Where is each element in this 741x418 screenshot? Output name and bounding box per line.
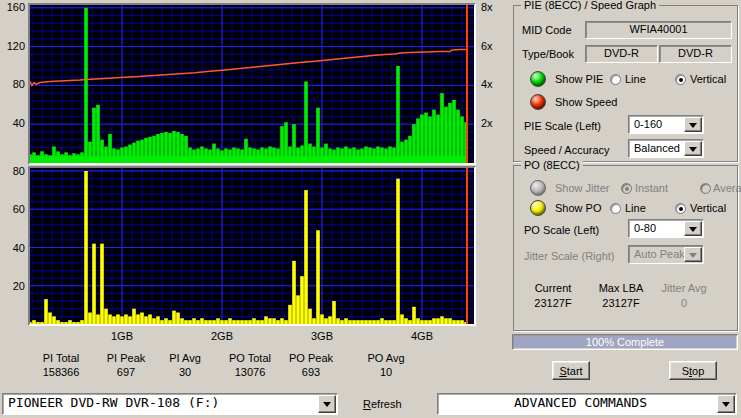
pie-axis-tick-label: 80 bbox=[0, 78, 25, 90]
stat-pi-avg: PI Avg30 bbox=[150, 351, 220, 379]
stat-value: 30 bbox=[150, 365, 220, 379]
jitter-average-radio bbox=[700, 183, 711, 194]
pie-speed-plot bbox=[28, 3, 476, 165]
po-group-title: PO (8ECC) bbox=[521, 159, 583, 171]
book-type-field: DVD-R bbox=[659, 45, 732, 63]
po-scale-label: PO Scale (Left) bbox=[524, 224, 599, 236]
disc-quality-app-window: PI Total158366PI Peak697PI Avg30PO Total… bbox=[0, 0, 741, 418]
chevron-down-icon[interactable] bbox=[684, 117, 702, 132]
po-plot bbox=[28, 166, 476, 326]
po-axis-tick-label: 80 bbox=[0, 165, 25, 177]
speed-axis-tick-label: 8x bbox=[481, 1, 503, 13]
stat-value: 158366 bbox=[26, 365, 96, 379]
pie-axis-tick-label: 120 bbox=[0, 40, 25, 52]
type-book-label: Type/Book bbox=[522, 48, 574, 60]
stat-label: PO Total bbox=[215, 351, 285, 365]
chevron-down-icon[interactable] bbox=[684, 221, 702, 236]
max-lba-value: 23127F bbox=[594, 297, 648, 309]
current-label: Current bbox=[528, 282, 578, 294]
show-speed-label: Show Speed bbox=[555, 96, 617, 108]
progress-bar: 100% Complete bbox=[512, 334, 738, 350]
po-axis-tick-label: 60 bbox=[0, 203, 25, 215]
pie-vertical-label: Vertical bbox=[690, 73, 726, 85]
speed-accuracy-dropdown[interactable]: Balanced bbox=[628, 139, 704, 158]
po-line-radio[interactable] bbox=[610, 203, 621, 214]
speed-axis-tick-label: 4x bbox=[481, 78, 503, 90]
speed-axis-tick-label: 2x bbox=[481, 117, 503, 129]
po-vertical-label: Vertical bbox=[690, 202, 726, 214]
gb-axis-tick-label: 4GB bbox=[402, 330, 442, 342]
stat-label: PO Peak bbox=[276, 351, 346, 365]
pie-scale-dropdown[interactable]: 0-160 bbox=[628, 115, 704, 134]
pie-vertical-radio[interactable] bbox=[675, 74, 686, 85]
po-chart-canvas bbox=[30, 168, 474, 324]
pie-scale-label: PIE Scale (Left) bbox=[524, 120, 601, 132]
stat-po-avg: PO Avg10 bbox=[351, 351, 421, 379]
pie-axis-tick-label: 40 bbox=[0, 117, 25, 129]
mid-code-field: WFIA40001 bbox=[585, 21, 732, 39]
stat-label: PI Avg bbox=[150, 351, 220, 365]
refresh-button[interactable]: Refresh bbox=[363, 398, 402, 410]
mid-code-label: MID Code bbox=[522, 24, 572, 36]
show-jitter-led-button bbox=[530, 180, 546, 196]
start-button[interactable]: Start bbox=[552, 361, 590, 380]
advanced-commands-dropdown[interactable]: ADVANCED COMMANDS bbox=[437, 393, 737, 415]
chevron-down-icon bbox=[684, 247, 702, 262]
show-po-led-button[interactable] bbox=[530, 200, 546, 216]
speed-accuracy-label: Speed / Accuracy bbox=[524, 144, 610, 156]
drive-select-dropdown[interactable]: PIONEER DVD-RW DVR-108 (F:) bbox=[2, 393, 338, 415]
chevron-down-icon[interactable] bbox=[684, 141, 702, 156]
jitter-average-label: Average bbox=[713, 182, 741, 194]
progress-bar-fill: 100% Complete bbox=[514, 336, 736, 348]
stat-label: PO Avg bbox=[351, 351, 421, 365]
chevron-down-icon[interactable] bbox=[717, 395, 735, 413]
gb-axis-tick-label: 2GB bbox=[202, 330, 242, 342]
jitter-avg-value: 0 bbox=[654, 297, 714, 309]
stop-button[interactable]: Stop bbox=[669, 361, 717, 380]
stat-pi-total: PI Total158366 bbox=[26, 351, 96, 379]
show-po-label: Show PO bbox=[555, 202, 601, 214]
jitter-instant-label: Instant bbox=[635, 182, 668, 194]
progress-label: 100% Complete bbox=[586, 336, 664, 348]
pie-group-title: PIE (8ECC) / Speed Graph bbox=[521, 0, 659, 11]
po-axis-tick-label: 20 bbox=[0, 280, 25, 292]
chevron-down-icon[interactable] bbox=[318, 395, 336, 413]
jitter-scale-label: Jitter Scale (Right) bbox=[524, 250, 614, 262]
disc-type-field: DVD-R bbox=[585, 45, 658, 63]
stat-po-total: PO Total13076 bbox=[215, 351, 285, 379]
pie-speed-group: PIE (8ECC) / Speed Graph MID Code WFIA40… bbox=[513, 5, 738, 162]
speed-axis-tick-label: 6x bbox=[481, 40, 503, 52]
jitter-avg-label: Jitter Avg bbox=[654, 282, 714, 294]
jitter-instant-radio bbox=[621, 183, 632, 194]
gb-axis-tick-label: 1GB bbox=[102, 330, 142, 342]
po-vertical-radio[interactable] bbox=[675, 203, 686, 214]
pie-speed-chart-canvas bbox=[30, 5, 474, 163]
stat-label: PI Total bbox=[26, 351, 96, 365]
show-pie-led-button[interactable] bbox=[530, 71, 546, 87]
show-pie-label: Show PIE bbox=[555, 73, 603, 85]
max-lba-label: Max LBA bbox=[594, 282, 648, 294]
show-jitter-label: Show Jitter bbox=[555, 182, 609, 194]
stat-po-peak: PO Peak693 bbox=[276, 351, 346, 379]
pie-line-radio[interactable] bbox=[610, 74, 621, 85]
stat-value: 10 bbox=[351, 365, 421, 379]
po-line-label: Line bbox=[625, 202, 646, 214]
pie-line-label: Line bbox=[625, 73, 646, 85]
stat-value: 693 bbox=[276, 365, 346, 379]
current-value: 23127F bbox=[528, 297, 578, 309]
po-scale-dropdown[interactable]: 0-80 bbox=[628, 219, 704, 238]
po-group: PO (8ECC) Show Jitter Instant Average Sh… bbox=[513, 165, 738, 331]
pie-axis-tick-label: 160 bbox=[0, 1, 25, 13]
po-axis-tick-label: 40 bbox=[0, 242, 25, 254]
jitter-scale-dropdown: Auto Peak bbox=[628, 245, 704, 264]
gb-axis-tick-label: 3GB bbox=[302, 330, 342, 342]
show-speed-led-button[interactable] bbox=[530, 94, 546, 110]
stat-value: 13076 bbox=[215, 365, 285, 379]
